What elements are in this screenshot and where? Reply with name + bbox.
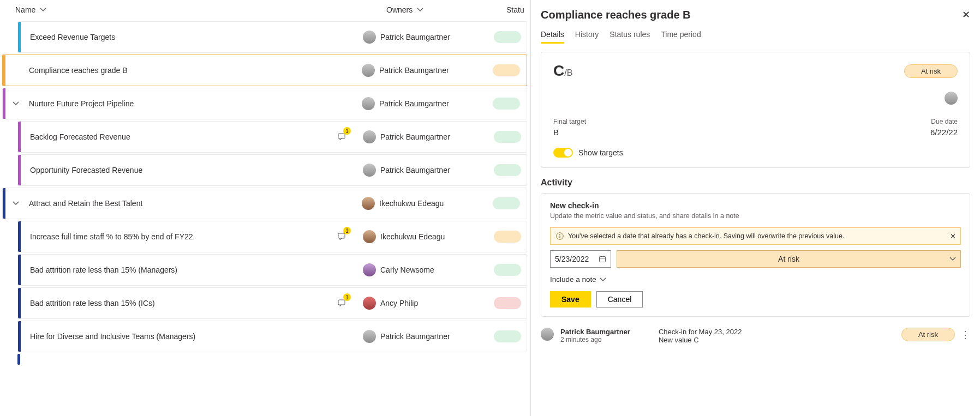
metric-row[interactable]: Hire for Diverse and Inclusive Teams (Ma…: [17, 321, 527, 352]
metric-row[interactable]: Opportunity Forecasted RevenuePatrick Ba…: [17, 154, 527, 186]
status-pill: [493, 98, 520, 110]
status-pill: [494, 264, 521, 276]
owner-avatar: [363, 164, 376, 177]
tab-details[interactable]: Details: [541, 30, 564, 44]
final-target-label: Final target: [553, 118, 586, 125]
status-cell: [494, 297, 527, 309]
close-icon[interactable]: ✕: [962, 9, 970, 21]
column-header-name[interactable]: Name: [4, 5, 386, 14]
activity-user: Patrick Baumgartner: [560, 328, 630, 336]
tab-history[interactable]: History: [575, 30, 599, 44]
metric-row[interactable]: Bad attrition rate less than 15% (ICs)1A…: [17, 287, 527, 319]
expand-caret[interactable]: [3, 100, 29, 107]
banner-text: You've selected a date that already has …: [568, 232, 955, 240]
status-cell: [493, 197, 525, 209]
status-cell: [494, 131, 527, 143]
row-color-bar: [18, 122, 21, 152]
note-icon[interactable]: 1: [338, 299, 346, 308]
column-header-owners[interactable]: Owners: [386, 5, 506, 14]
metric-name: Nurture Future Project Pipeline: [29, 99, 362, 108]
cancel-button[interactable]: Cancel: [596, 291, 643, 308]
row-color-bar: [3, 88, 5, 119]
metric-row[interactable]: Compliance reaches grade BPatrick Baumga…: [2, 55, 527, 86]
metric-row[interactable]: Increase full time staff % to 85% by end…: [17, 221, 527, 252]
tab-time-period[interactable]: Time period: [661, 30, 701, 44]
show-targets-toggle[interactable]: [553, 148, 573, 158]
checkin-date-input[interactable]: 5/23/2022: [550, 250, 611, 268]
status-pill: [494, 330, 521, 342]
checkin-status-select[interactable]: At risk: [617, 250, 961, 268]
note-icon[interactable]: 1: [338, 232, 346, 241]
metric-row[interactable]: Exceed Revenue TargetsPatrick Baumgartne…: [17, 21, 527, 53]
status-cell: [493, 64, 525, 76]
owner-avatar: [363, 230, 376, 243]
status-pill: [493, 64, 520, 76]
activity-title: Activity: [541, 178, 970, 188]
more-options-icon[interactable]: ⋮: [960, 329, 970, 341]
svg-rect-2: [338, 300, 345, 305]
owner-cell: Carly Newsome: [363, 263, 494, 276]
rows-container: Exceed Revenue TargetsPatrick Baumgartne…: [0, 21, 530, 365]
row-color-bar: [18, 255, 21, 285]
show-targets-label: Show targets: [578, 148, 623, 157]
svg-rect-1: [338, 233, 345, 238]
note-icon[interactable]: 1: [338, 132, 346, 141]
metric-name: Opportunity Forecasted Revenue: [30, 166, 363, 174]
info-icon: [556, 232, 564, 240]
summary-card: C/B At risk Final target B Due date 6/22…: [541, 52, 970, 168]
owner-avatar: [363, 31, 376, 44]
owner-avatar: [363, 297, 376, 310]
activity-line2: New value C: [659, 336, 742, 344]
status-pill: [494, 164, 521, 176]
owner-name: Patrick Baumgartner: [380, 33, 450, 41]
include-note-toggle[interactable]: Include a note: [550, 275, 961, 284]
metric-name: Attract and Retain the Best Talent: [29, 199, 362, 208]
activity-status-badge: At risk: [901, 328, 955, 341]
chevron-down-icon: [600, 276, 606, 283]
tab-status-rules[interactable]: Status rules: [609, 30, 650, 44]
chevron-down-icon: [417, 7, 423, 13]
owner-cell: Ancy Philip: [363, 297, 494, 310]
status-cell: [494, 231, 527, 243]
owner-name: Patrick Baumgartner: [379, 66, 449, 75]
status-cell: [494, 330, 527, 342]
chevron-down-icon: [40, 7, 46, 13]
status-pill: [494, 131, 521, 143]
row-color-bar: [18, 221, 21, 252]
metric-name: Increase full time staff % to 85% by end…: [30, 232, 363, 241]
owner-name: Ancy Philip: [380, 299, 418, 308]
metric-row[interactable]: Nurture Future Project PipelinePatrick B…: [2, 88, 527, 119]
column-header-status[interactable]: Statu: [506, 5, 524, 14]
row-color-bar: [18, 321, 21, 352]
metric-row[interactable]: Attract and Retain the Best TalentIkechu…: [2, 188, 527, 219]
owner-name: Patrick Baumgartner: [380, 132, 450, 141]
status-pill: [494, 31, 521, 43]
banner-close-icon[interactable]: ✕: [950, 232, 956, 240]
owner-cell: Patrick Baumgartner: [362, 97, 493, 110]
grade-display: C/B: [553, 62, 572, 80]
expand-caret[interactable]: [3, 200, 29, 207]
owner-avatar: [362, 97, 375, 110]
status-cell: [494, 31, 527, 43]
owner-avatar: [363, 330, 376, 343]
owner-avatar: [362, 197, 375, 210]
status-pill: [494, 297, 521, 309]
row-color-bar: [18, 288, 21, 318]
owner-name: Ikechukwu Edeagu: [379, 199, 444, 208]
metric-name: Bad attrition rate less than 15% (Manage…: [30, 266, 363, 274]
owner-cell: Patrick Baumgartner: [363, 164, 494, 177]
metric-row[interactable]: Backlog Forecasted Revenue1Patrick Baumg…: [17, 121, 527, 153]
status-badge: At risk: [904, 64, 958, 78]
owner-avatar[interactable]: [945, 92, 958, 105]
metric-name: Compliance reaches grade B: [29, 66, 362, 75]
chevron-down-icon: [13, 200, 19, 207]
metrics-grid: Name Owners Statu Exceed Revenue Targets…: [0, 0, 530, 416]
owner-cell: Patrick Baumgartner: [363, 31, 494, 44]
grid-header: Name Owners Statu: [0, 0, 530, 20]
checkin-subtitle: Update the metric value and status, and …: [550, 212, 961, 220]
metric-row[interactable]: Bad attrition rate less than 15% (Manage…: [17, 254, 527, 286]
status-pill: [494, 231, 521, 243]
activity-when: 2 minutes ago: [560, 336, 630, 343]
owner-cell: Ikechukwu Edeagu: [362, 197, 493, 210]
save-button[interactable]: Save: [550, 291, 591, 308]
